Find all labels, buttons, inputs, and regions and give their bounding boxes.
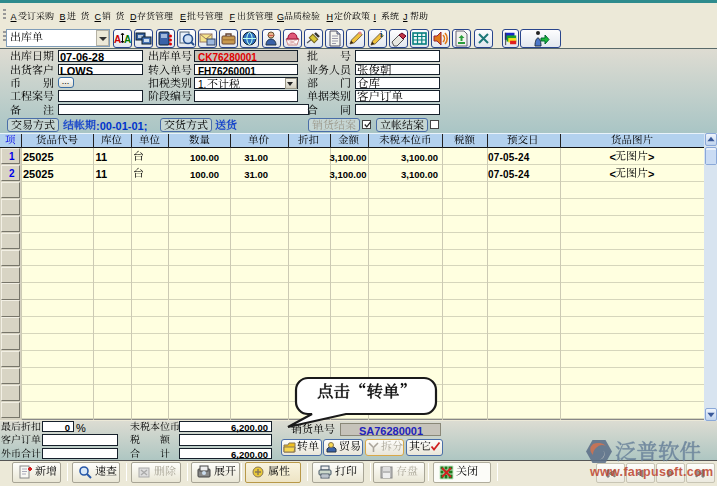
svg-text:A: A [114, 33, 121, 44]
svg-text:A: A [124, 33, 131, 44]
